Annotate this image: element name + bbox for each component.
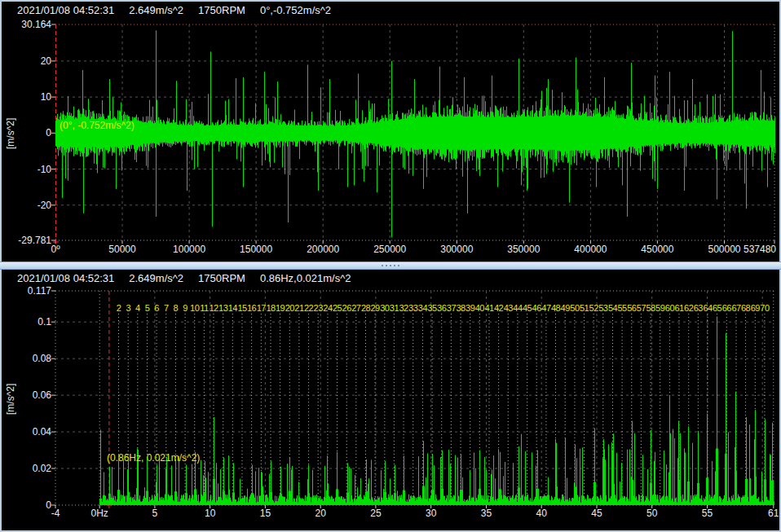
waveform-y-tick-label: 10 <box>2 91 51 103</box>
waveform-datetime: 2021/01/08 04:52:31 <box>17 4 114 17</box>
harmonic-number-label: 49 <box>561 303 571 313</box>
harmonic-number-label: 67 <box>731 303 741 313</box>
waveform-x-tick-label: 400000 <box>566 244 615 255</box>
harmonic-number-label: 30 <box>380 303 390 313</box>
harmonic-number-label: 46 <box>532 303 542 313</box>
harmonic-number-label: 28 <box>361 303 371 313</box>
spectrum-y-tick-label: 0.1 <box>2 316 51 328</box>
spectrum-panel: 2021/01/08 04:52:31 2.649m/s^2 1750RPM 0… <box>2 270 779 530</box>
harmonic-number-label: 29 <box>370 303 380 313</box>
spectrum-datetime: 2021/01/08 04:52:31 <box>17 272 114 285</box>
harmonic-number-label: 56 <box>627 303 637 313</box>
spectrum-x-tick-label: 45 <box>572 508 621 519</box>
harmonic-number-label: 32 <box>399 303 408 313</box>
spectrum-x-tick-label: -4 <box>31 508 80 519</box>
harmonic-number-label: 64 <box>703 303 713 313</box>
harmonic-number-label: 47 <box>541 303 551 313</box>
harmonic-number-label: 5 <box>145 303 150 313</box>
waveform-x-tick-label: 450000 <box>633 244 682 255</box>
waveform-header: 2021/01/08 04:52:31 2.649m/s^2 1750RPM 0… <box>17 4 331 17</box>
spectrum-rpm-value: 1750RPM <box>198 272 245 285</box>
spectrum-cursor-value: 0.86Hz,0.021m/s^2 <box>260 272 351 285</box>
waveform-overall-value: 2.649m/s^2 <box>129 4 183 17</box>
harmonic-number-label: 31 <box>390 303 399 313</box>
harmonic-number-label: 36 <box>437 303 447 313</box>
harmonic-number-label: 22 <box>304 303 314 313</box>
harmonic-number-label: 9 <box>183 303 188 313</box>
harmonic-number-label: 16 <box>247 303 257 313</box>
harmonic-number-label: 6 <box>154 303 159 313</box>
harmonic-number-label: 12 <box>209 303 218 313</box>
harmonic-number-label: 11 <box>200 303 209 313</box>
harmonic-number-label: 24 <box>323 303 333 313</box>
spectrum-x-tick-label: 35 <box>462 508 511 519</box>
harmonic-number-label: 62 <box>684 303 694 313</box>
harmonic-number-label: 42 <box>494 303 504 313</box>
harmonic-number-label: 34 <box>418 303 428 313</box>
harmonic-number-label: 45 <box>523 303 532 313</box>
harmonic-number-label: 41 <box>484 303 494 313</box>
harmonic-number-label: 70 <box>760 303 770 313</box>
waveform-y-tick-label: 0 <box>2 127 51 138</box>
spectrum-x-tick-label: 50 <box>628 508 677 519</box>
harmonic-number-label: 21 <box>294 303 304 313</box>
spectrum-x-tick-label: 15 <box>240 508 289 519</box>
panel-splitter[interactable] <box>0 262 781 270</box>
harmonic-number-label: 44 <box>513 303 523 313</box>
harmonic-number-label: 66 <box>722 303 732 313</box>
harmonic-number-label: 18 <box>266 303 276 313</box>
spectrum-x-tick-label: 55 <box>683 508 732 519</box>
harmonic-number-label: 60 <box>665 303 675 313</box>
harmonic-number-label: 54 <box>608 303 618 313</box>
spectrum-x-tick-label: 30 <box>407 508 456 519</box>
harmonic-number-label: 3 <box>126 303 130 313</box>
harmonic-number-label: 2 <box>117 303 121 313</box>
waveform-rpm-value: 1750RPM <box>198 4 245 17</box>
waveform-cursor-value: 0°,-0.752m/s^2 <box>260 4 331 17</box>
spectrum-y-tick-label: 0.117 <box>2 285 51 297</box>
harmonic-number-label: 10 <box>190 303 200 313</box>
harmonic-number-label: 51 <box>580 303 589 313</box>
harmonic-number-label: 63 <box>694 303 704 313</box>
harmonic-number-label: 35 <box>427 303 437 313</box>
spectrum-x-tick-label: 61 <box>749 508 779 519</box>
harmonic-number-label: 39 <box>466 303 475 313</box>
spectrum-plot[interactable]: 2345678910111213141516171819202122232425… <box>2 270 779 530</box>
spectrum-y-tick-label: 0.02 <box>2 463 51 474</box>
spectrum-header: 2021/01/08 04:52:31 2.649m/s^2 1750RPM 0… <box>17 272 351 285</box>
spectrum-x-tick-label: 5 <box>130 508 179 519</box>
harmonic-number-label: 55 <box>617 303 627 313</box>
harmonic-number-label: 23 <box>314 303 324 313</box>
harmonic-number-label: 43 <box>504 303 514 313</box>
harmonic-number-label: 53 <box>598 303 608 313</box>
harmonic-number-label: 26 <box>342 303 352 313</box>
harmonic-number-label: 52 <box>589 303 599 313</box>
waveform-x-tick-label: 50000 <box>98 244 147 255</box>
harmonic-number-label: 57 <box>637 303 646 313</box>
harmonic-number-label: 19 <box>276 303 285 313</box>
harmonic-number-label: 69 <box>751 303 761 313</box>
waveform-x-tick-label: 0º <box>31 244 80 255</box>
waveform-x-tick-label: 150000 <box>232 244 280 255</box>
waveform-y-tick-label: -10 <box>2 164 51 175</box>
harmonic-number-label: 65 <box>713 303 722 313</box>
harmonic-number-label: 20 <box>285 303 295 313</box>
spectrum-y-tick-label: 0.06 <box>2 389 51 401</box>
harmonic-number-label: 13 <box>218 303 228 313</box>
spectrum-x-tick-label: 0Hz <box>75 508 124 519</box>
harmonic-number-label: 68 <box>741 303 751 313</box>
harmonic-number-label: 61 <box>674 303 684 313</box>
waveform-y-tick-label: 30.164 <box>2 19 51 30</box>
waveform-plot[interactable] <box>2 2 779 262</box>
waveform-panel: 2021/01/08 04:52:31 2.649m/s^2 1750RPM 0… <box>2 2 779 262</box>
vibration-analyzer-window: 2021/01/08 04:52:31 2.649m/s^2 1750RPM 0… <box>0 0 781 532</box>
splitter-grip-icon <box>382 265 399 266</box>
harmonic-number-label: 59 <box>655 303 665 313</box>
waveform-x-tick-label: 250000 <box>365 244 414 255</box>
harmonic-number-label: 7 <box>164 303 169 313</box>
harmonic-number-label: 33 <box>408 303 418 313</box>
spectrum-x-tick-label: 10 <box>186 508 235 519</box>
harmonic-number-label: 37 <box>447 303 457 313</box>
spectrum-x-tick-label: 25 <box>351 508 400 519</box>
waveform-x-tick-label: 300000 <box>432 244 481 255</box>
